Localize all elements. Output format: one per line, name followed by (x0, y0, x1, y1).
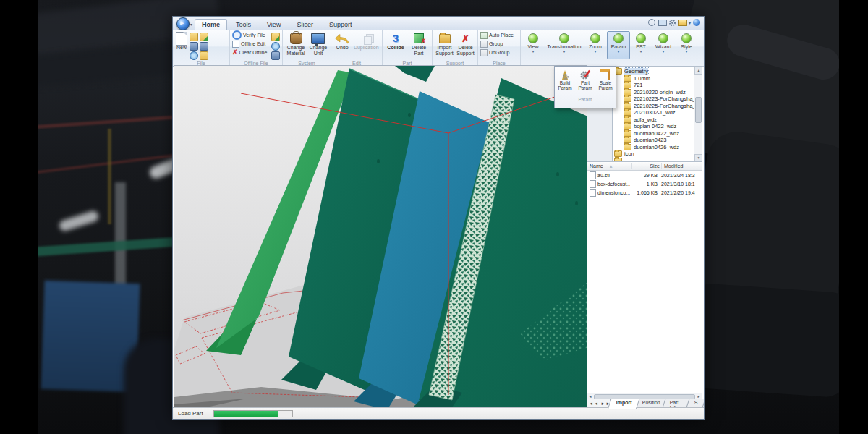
transformation-dropdown-button[interactable]: Transformation ▾ (545, 31, 584, 59)
tree-item-label: 20210302-1_wdz (634, 109, 676, 116)
delete-part-button[interactable]: ✗ Delete Part (408, 31, 430, 56)
open-folder-icon[interactable] (190, 33, 198, 41)
import-file-icon[interactable] (200, 33, 208, 41)
recent-files-icon[interactable] (190, 51, 198, 60)
tab-view[interactable]: View (260, 19, 288, 30)
offline-edit-checkbox-icon (232, 41, 239, 48)
scale-param-button[interactable]: Scale Param (597, 69, 615, 97)
build-param-label: Build Param (556, 80, 574, 90)
group-label-offline: Offline File (230, 61, 282, 66)
tree-item[interactable]: icon (614, 150, 693, 158)
ribbon-group-offline: Verify File Offline Edit ✗ Clear Offline (230, 30, 283, 66)
app-menu-caret-icon[interactable]: ▾ (190, 22, 192, 27)
collide-button[interactable]: 3 Collide (385, 31, 407, 51)
auto-place-button[interactable]: Auto Place (480, 31, 518, 39)
group-label-part: Part (383, 61, 432, 66)
clear-offline-button[interactable]: ✗ Clear Offline (232, 48, 270, 56)
ungroup-button[interactable]: UnGroup (480, 48, 518, 56)
undo-button[interactable]: Undo (333, 31, 351, 51)
new-button[interactable]: New (175, 31, 188, 51)
duplication-button[interactable]: Duplication (352, 31, 380, 51)
offline-import-icon[interactable] (271, 33, 280, 41)
auto-place-label: Auto Place (489, 33, 514, 38)
file-row[interactable]: a0.stl 29 KB 2021/3/24 18:3 (587, 171, 702, 179)
gear-icon[interactable] (668, 19, 676, 27)
param-dropdown-button[interactable]: Param ▾ (607, 31, 630, 59)
scroll-up-icon[interactable]: ▲ (694, 67, 702, 75)
viewport-3d[interactable] (174, 66, 587, 408)
ribbon-dropdown-buttons: View ▾ Transformation ▾ Zoom ▾ Param ▾ (521, 30, 699, 66)
tab-import[interactable]: Import (608, 399, 639, 409)
zoom-orb-icon (590, 33, 600, 43)
export-file-icon[interactable] (200, 51, 208, 60)
tab-tools[interactable]: Tools (229, 19, 258, 30)
offline-edit-checkbox[interactable]: Offline Edit (232, 40, 270, 48)
zoom-dropdown-button[interactable]: Zoom ▾ (584, 31, 606, 59)
est-orb-icon (636, 33, 646, 43)
column-name-label: Name (590, 163, 603, 169)
delete-part-icon: ✗ (414, 33, 424, 43)
ribbon-group-system: Change Material Change Unit System (283, 30, 331, 66)
view-dropdown-button[interactable]: View ▾ (522, 31, 544, 59)
group-icon (480, 41, 488, 48)
robot-arm-silhouette (684, 282, 839, 398)
import-support-icon (439, 34, 451, 43)
skin-caret-icon[interactable]: ▾ (689, 20, 691, 25)
group-button[interactable]: Group (480, 40, 518, 48)
delete-support-button[interactable]: ✗ Delete Support (456, 31, 475, 56)
file-list-panel[interactable]: Name ▲ Size Modified a0.stl 29 KB 2021/3… (587, 161, 702, 394)
monitor-icon[interactable] (658, 20, 667, 26)
verify-file-button[interactable]: Verify File (232, 31, 270, 39)
file-modified: 2021/3/10 18:1 (659, 182, 702, 187)
tab-slicer[interactable]: Slicer (289, 19, 320, 30)
change-unit-button[interactable]: Change Unit (308, 31, 328, 56)
part-param-button[interactable]: Part Param (576, 69, 595, 97)
tree-item-label: 721 (634, 82, 643, 88)
tree-item-label: duomian0423 (634, 137, 666, 143)
undo-label: Undo (336, 45, 349, 51)
build-param-button[interactable]: Build Param (556, 69, 574, 97)
offline-save-icon[interactable] (271, 51, 280, 60)
group-label-file: File (173, 61, 229, 66)
folder-tree-panel[interactable]: Geometry 1.0mm 721 20210220-origin_wdz 2… (612, 66, 702, 163)
app-menu-orb-icon[interactable] (176, 17, 190, 30)
ribbon-tabs: Home Tools View Slicer Support (195, 19, 359, 30)
view-caret-icon: ▾ (532, 50, 534, 53)
viewport-3d-scene[interactable] (174, 66, 587, 408)
file-icon (590, 189, 596, 197)
save-as-icon[interactable] (200, 42, 208, 51)
ribbon-group-file: New File (173, 30, 230, 66)
transformation-orb-icon (559, 33, 569, 43)
tree-item-label: 20210225-ForChangsha_wdz (634, 103, 702, 109)
save-icon[interactable] (190, 42, 198, 51)
file-row[interactable]: dimensionco... 1,066 KB 2021/2/20 19:4 (587, 188, 702, 197)
skin-icon[interactable] (678, 20, 687, 26)
est-dropdown-label: EST (636, 44, 646, 49)
red-pipe (38, 115, 184, 129)
column-size[interactable]: Size (632, 163, 662, 169)
wizard-orb-icon (658, 33, 668, 43)
load-progress-bar (213, 410, 293, 417)
offline-sync-icon[interactable] (271, 42, 280, 51)
help-icon[interactable] (648, 19, 655, 26)
tree-scrollbar[interactable]: ▲ ▼ (694, 67, 702, 162)
file-row[interactable]: box-defocust... 1 KB 2021/3/10 18:1 (587, 179, 702, 188)
status-label: Load Part (178, 410, 203, 417)
param-caret-icon: ▾ (617, 50, 619, 53)
style-dropdown-button[interactable]: Style ▾ (676, 31, 697, 59)
scrollbar-thumb[interactable] (695, 97, 702, 123)
tab-support[interactable]: Support (322, 19, 359, 30)
import-support-button[interactable]: Import Support (435, 31, 454, 56)
column-name[interactable]: Name ▲ (587, 163, 632, 169)
about-icon[interactable] (693, 19, 700, 26)
wizard-dropdown-button[interactable]: Wizard ▾ (652, 31, 675, 59)
change-material-button[interactable]: Change Material (285, 31, 307, 56)
tab-home[interactable]: Home (195, 19, 227, 30)
column-modified[interactable]: Modified (662, 163, 702, 169)
group-label-edit: Edit (331, 61, 382, 66)
tree-item[interactable]: duomian0426_wdz (614, 144, 693, 151)
new-document-icon (176, 32, 187, 46)
clear-offline-icon: ✗ (232, 49, 238, 56)
est-dropdown-button[interactable]: EST ▾ (631, 31, 651, 59)
offline-edit-label: Offline Edit (241, 41, 265, 46)
